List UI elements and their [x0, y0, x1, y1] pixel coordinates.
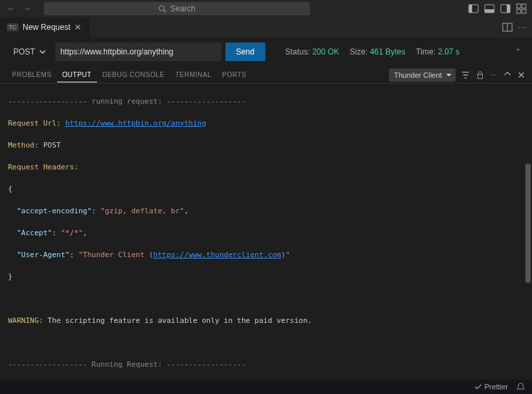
output-source-select[interactable]: Thunder Client — [389, 68, 456, 82]
tab-title: New Request — [23, 23, 70, 32]
panel-actions: Thunder Client ··· ✕ — [389, 68, 526, 82]
prettier-status[interactable]: Prettier — [474, 383, 508, 391]
tab-bar-actions: ··· — [497, 17, 532, 37]
svg-rect-7 — [507, 5, 510, 13]
split-editor-icon[interactable] — [502, 22, 513, 33]
svg-rect-8 — [517, 4, 521, 8]
size-value: 461 Bytes — [370, 47, 405, 56]
log-line: "Accept": "*/*", — [8, 228, 524, 239]
search-input[interactable]: Search — [44, 2, 310, 15]
tab-new-request[interactable]: TC New Request ✕ — [0, 17, 88, 37]
customize-layout-icon[interactable] — [516, 3, 527, 14]
panel-tab-bar: PROBLEMS OUTPUT DEBUG CONSOLE TERMINAL P… — [0, 66, 532, 84]
title-bar-actions — [468, 3, 527, 14]
log-line: WARNING: The scripting feature is availa… — [8, 316, 524, 327]
more-icon[interactable]: ··· — [490, 71, 497, 78]
close-icon[interactable]: ✕ — [74, 23, 81, 32]
lock-icon[interactable] — [475, 70, 485, 80]
svg-rect-3 — [469, 5, 472, 13]
close-panel-icon[interactable]: ✕ — [517, 70, 525, 80]
send-button[interactable]: Send — [225, 43, 265, 61]
url-input[interactable]: https://www.httpbin.org/anything — [55, 43, 221, 61]
collapse-response-icon[interactable]: ⌃ — [515, 47, 524, 56]
time-label: Time: — [416, 47, 436, 56]
log-line: } — [8, 272, 524, 283]
svg-point-0 — [159, 6, 164, 11]
time-value: 2.07 s — [438, 47, 460, 56]
tab-ports[interactable]: PORTS — [217, 71, 252, 78]
check-icon — [474, 383, 482, 391]
log-blank — [8, 338, 524, 349]
editor-tab-bar: TC New Request ✕ ··· — [0, 17, 532, 37]
svg-line-1 — [164, 10, 166, 12]
log-divider: ------------------ Running Request: ----… — [8, 359, 524, 371]
bell-icon[interactable] — [516, 382, 525, 391]
status-bar: Prettier — [0, 379, 532, 394]
log-blank — [8, 294, 524, 305]
log-line: Request Url: https://www.httpbin.org/any… — [8, 118, 524, 130]
log-line: { — [8, 184, 524, 195]
svg-rect-10 — [517, 9, 521, 13]
log-line: "accept-encoding": "gzip, deflate, br", — [8, 206, 524, 217]
filter-icon[interactable] — [461, 70, 470, 80]
nav-back-icon[interactable]: ← — [5, 4, 17, 13]
svg-rect-9 — [522, 4, 526, 8]
svg-rect-11 — [522, 9, 526, 13]
svg-rect-14 — [477, 74, 482, 78]
chevron-down-icon — [39, 49, 46, 55]
tab-output[interactable]: OUTPUT — [57, 71, 97, 82]
more-actions-icon[interactable]: ··· — [518, 23, 527, 32]
scrollbar-thumb[interactable] — [525, 163, 531, 283]
log-line: Request Headers: — [8, 162, 524, 173]
output-panel[interactable]: ------------------ running request: ----… — [0, 84, 532, 379]
title-bar: ← → Search — [0, 0, 532, 17]
status-label: Status: — [285, 47, 310, 56]
nav-forward-icon[interactable]: → — [21, 4, 33, 13]
tab-problems[interactable]: PROBLEMS — [7, 71, 57, 78]
tab-debug-console[interactable]: DEBUG CONSOLE — [97, 71, 170, 78]
search-icon — [158, 5, 166, 13]
http-method-select[interactable]: POST — [8, 43, 51, 61]
status-value: 200 OK — [312, 47, 339, 56]
log-line: "User-Agent": "Thunder Client (https://w… — [8, 250, 524, 261]
layout-sidebar-right-icon[interactable] — [500, 3, 511, 14]
output-source-value: Thunder Client — [394, 71, 442, 79]
response-summary: Status: 200 OK Size: 461 Bytes Time: 2.0… — [285, 47, 460, 56]
maximize-panel-icon[interactable] — [503, 70, 512, 80]
http-method-value: POST — [13, 47, 35, 56]
size-label: Size: — [350, 47, 368, 56]
layout-panel-icon[interactable] — [484, 3, 495, 14]
thunder-client-badge: TC — [7, 23, 19, 31]
log-divider-partial: ------------------ running request: ----… — [8, 96, 524, 108]
search-placeholder: Search — [170, 4, 196, 13]
url-value: https://www.httpbin.org/anything — [61, 47, 174, 56]
request-bar: POST https://www.httpbin.org/anything Se… — [0, 37, 532, 66]
svg-rect-5 — [485, 9, 494, 13]
layout-sidebar-left-icon[interactable] — [468, 3, 479, 14]
log-line: Method: POST — [8, 140, 524, 151]
prettier-label: Prettier — [485, 383, 508, 391]
tab-terminal[interactable]: TERMINAL — [170, 71, 217, 78]
